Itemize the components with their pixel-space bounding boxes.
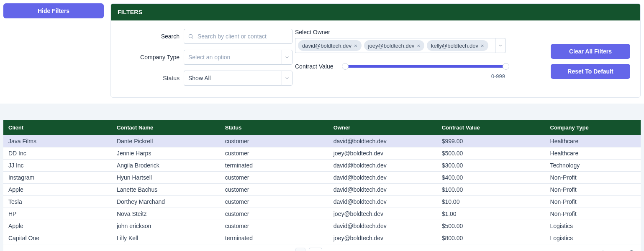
cell-contact: Angila Broderick — [112, 160, 220, 172]
table-row[interactable]: InstagramHyun Hartsellcustomerdavid@bold… — [3, 172, 641, 184]
table-row[interactable]: JJ IncAngila Broderickterminateddavid@bo… — [3, 160, 641, 172]
owner-chip-label: david@boldtech.dev — [302, 43, 352, 49]
table-row[interactable]: DD IncJennie Harpscustomerjoey@boldtech.… — [3, 147, 641, 160]
cell-ctype: Non-Profit — [545, 208, 641, 220]
column-header[interactable]: Status — [220, 120, 328, 135]
cell-contact: Lanette Bachus — [112, 184, 220, 196]
owner-caret[interactable] — [495, 38, 506, 53]
column-header[interactable]: Company Type — [545, 120, 641, 135]
slider-handle-max[interactable] — [503, 63, 509, 70]
cell-status: customer — [220, 208, 328, 220]
status-select[interactable]: Show All — [184, 71, 282, 86]
company-type-select[interactable]: Select an option — [184, 50, 282, 65]
table-row[interactable]: AppleLanette Bachuscustomerdavid@boldtec… — [3, 184, 641, 196]
chip-remove-icon[interactable]: × — [481, 43, 484, 48]
owner-multiselect[interactable]: david@boldtech.dev×joey@boldtech.dev×kel… — [295, 38, 495, 53]
table-row[interactable]: Capital OneLilly Kellterminatedjoey@bold… — [3, 232, 641, 244]
cell-value: $999.00 — [437, 135, 545, 147]
cell-value: $10.00 — [437, 196, 545, 208]
cell-status: terminated — [220, 160, 328, 172]
column-header[interactable]: Client — [3, 120, 112, 135]
hide-filters-button[interactable]: Hide Filters — [3, 3, 104, 18]
search-icon — [188, 33, 194, 39]
cell-owner: david@boldtech.dev — [328, 160, 437, 172]
search-input[interactable] — [184, 29, 292, 44]
owner-chip: kelly@boldtech.dev× — [427, 40, 488, 51]
cell-value: $500.00 — [437, 147, 545, 160]
cell-client: DD Inc — [3, 147, 112, 160]
cell-contact: Nova Steitz — [112, 208, 220, 220]
owner-label: Select Owner — [295, 29, 506, 35]
cell-value: $800.00 — [437, 232, 545, 244]
cell-client: JJ Inc — [3, 160, 112, 172]
owner-chip-label: kelly@boldtech.dev — [431, 43, 478, 49]
cell-contact: john erickson — [112, 220, 220, 232]
filter-icon[interactable] — [613, 249, 621, 251]
company-type-caret[interactable] — [282, 50, 292, 65]
company-type-label: Company Type — [121, 54, 180, 61]
status-label: Status — [121, 75, 180, 81]
owner-chip-label: joey@boldtech.dev — [368, 43, 415, 49]
cell-contact: Lilly Kell — [112, 232, 220, 244]
cell-owner: david@boldtech.dev — [328, 184, 437, 196]
data-table: ClientContact NameStatusOwnerContract Va… — [3, 120, 641, 244]
column-header[interactable]: Contract Value — [437, 120, 545, 135]
cell-value: $400.00 — [437, 172, 545, 184]
filters-header: FILTERS — [111, 4, 640, 20]
table-footer: Showing 1-9 of 13 of 2 — [3, 244, 641, 251]
column-header[interactable]: Contact Name — [112, 120, 220, 135]
download-icon[interactable] — [599, 249, 607, 251]
cell-status: terminated — [220, 232, 328, 244]
table-row[interactable]: Applejohn ericksoncustomerdavid@boldtech… — [3, 220, 641, 232]
search-label: Search — [121, 33, 180, 40]
cell-owner: david@boldtech.dev — [328, 196, 437, 208]
svg-point-0 — [189, 34, 192, 38]
cell-client: Apple — [3, 184, 112, 196]
status-caret[interactable] — [282, 71, 292, 86]
cell-value: $100.00 — [437, 184, 545, 196]
table-row[interactable]: TeslaDorthey Marchandcustomerdavid@boldt… — [3, 196, 641, 208]
cell-owner: joey@boldtech.dev — [328, 147, 437, 160]
cell-ctype: Technology — [545, 160, 641, 172]
cell-ctype: Non-Profit — [545, 196, 641, 208]
refresh-icon[interactable] — [627, 249, 636, 251]
cell-owner: david@boldtech.dev — [328, 135, 437, 147]
page-input[interactable] — [309, 248, 322, 251]
cell-ctype: Healthcare — [545, 135, 641, 147]
cell-status: customer — [220, 220, 328, 232]
table-row[interactable]: Java FilmsDante Pickrellcustomerdavid@bo… — [3, 135, 641, 147]
column-header[interactable]: Owner — [328, 120, 437, 135]
cell-owner: joey@boldtech.dev — [328, 208, 437, 220]
cell-ctype: Healthcare — [545, 147, 641, 160]
cell-value: $300.00 — [437, 160, 545, 172]
cell-client: Instagram — [3, 172, 112, 184]
cell-contact: Hyun Hartsell — [112, 172, 220, 184]
clear-all-filters-button[interactable]: Clear All Filters — [551, 44, 630, 59]
cell-client: Java Films — [3, 135, 112, 147]
cell-ctype: Non-Profit — [545, 184, 641, 196]
cell-contact: Jennie Harps — [112, 147, 220, 160]
cell-ctype: Logistics — [545, 220, 641, 232]
cell-contact: Dorthey Marchand — [112, 196, 220, 208]
cell-status: customer — [220, 172, 328, 184]
cell-value: $500.00 — [437, 220, 545, 232]
owner-chip: david@boldtech.dev× — [298, 40, 362, 51]
cell-value: $1.00 — [437, 208, 545, 220]
cell-contact: Dante Pickrell — [112, 135, 220, 147]
cell-owner: joey@boldtech.dev — [328, 232, 437, 244]
reset-to-default-button[interactable]: Reset To Default — [551, 64, 630, 79]
owner-chip: joey@boldtech.dev× — [364, 40, 424, 51]
contract-value-slider[interactable] — [345, 65, 506, 68]
cell-owner: david@boldtech.dev — [328, 220, 437, 232]
prev-page-button[interactable] — [295, 248, 305, 251]
next-page-button[interactable] — [339, 248, 349, 251]
table-row[interactable]: HPNova Steitzcustomerjoey@boldtech.dev$1… — [3, 208, 641, 220]
filters-panel: FILTERS Search Company Type Select — [110, 3, 641, 98]
contract-value-label: Contract Value — [295, 63, 345, 70]
cell-status: customer — [220, 135, 328, 147]
cell-client: Apple — [3, 220, 112, 232]
chip-remove-icon[interactable]: × — [417, 43, 420, 48]
slider-handle-min[interactable] — [342, 63, 349, 70]
cell-owner: david@boldtech.dev — [328, 172, 437, 184]
chip-remove-icon[interactable]: × — [354, 43, 357, 48]
